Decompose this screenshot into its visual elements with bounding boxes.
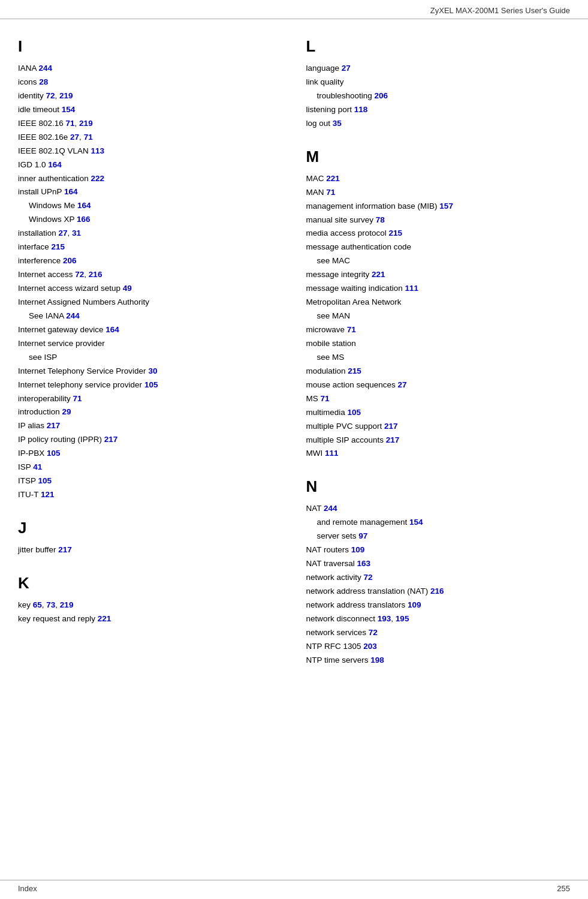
index-entry: multiple SIP accounts 217 (306, 434, 571, 447)
page-number[interactable]: 222 (91, 174, 105, 183)
page-number[interactable]: 121 (41, 490, 55, 499)
page-number[interactable]: 163 (357, 559, 371, 568)
page-number[interactable]: 193 (378, 614, 391, 623)
index-entry: ITU-T 121 (18, 488, 282, 502)
page-number[interactable]: 111 (325, 449, 339, 458)
index-entry: manual site survey 78 (306, 214, 571, 227)
page-number[interactable]: 219 (79, 119, 93, 128)
page-number[interactable]: 73 (46, 600, 55, 609)
page-number[interactable]: 164 (64, 187, 78, 196)
page-number[interactable]: 97 (358, 531, 367, 540)
page-number[interactable]: 29 (62, 407, 71, 416)
page-number[interactable]: 217 (58, 545, 72, 554)
sub-entry: see MAC (306, 254, 571, 268)
page-number[interactable]: 217 (386, 435, 400, 444)
page-number[interactable]: 109 (408, 600, 421, 609)
page-number[interactable]: 72 (369, 628, 378, 637)
index-entry: log out 35 (306, 117, 571, 131)
entry-text: MS (306, 394, 321, 403)
page-number[interactable]: 198 (370, 656, 384, 665)
sub-entry: troubleshooting 206 (306, 89, 571, 103)
entry-text: interoperability (18, 394, 73, 403)
page-number[interactable]: 206 (375, 91, 388, 100)
page-number[interactable]: 105 (38, 476, 52, 485)
entry-text: management information base (MIB) (306, 202, 440, 211)
page-number[interactable]: 164 (48, 160, 62, 169)
page-number[interactable]: 27 (398, 380, 407, 389)
page-number[interactable]: 105 (47, 449, 61, 458)
index-entry: jitter buffer 217 (18, 543, 282, 557)
page-number[interactable]: 30 (148, 366, 157, 375)
page-number[interactable]: 71 (66, 119, 75, 128)
page-number[interactable]: 28 (39, 77, 48, 86)
page-number[interactable]: 154 (409, 518, 423, 527)
entry-text: ISP (18, 462, 33, 471)
page-number[interactable]: 217 (47, 421, 61, 430)
page-number[interactable]: 27 (342, 64, 351, 73)
page-number[interactable]: 217 (104, 435, 118, 444)
page-number[interactable]: 154 (62, 105, 76, 114)
index-entry: IANA 244 (18, 62, 282, 76)
page-number[interactable]: 71 (326, 188, 335, 197)
index-entry: multimedia 105 (306, 406, 571, 420)
page-number[interactable]: 206 (63, 256, 77, 265)
page-number[interactable]: 166 (77, 215, 91, 224)
sub-entry: server sets 97 (306, 530, 571, 543)
entry-text: Internet access wizard setup (18, 284, 123, 293)
entry-text: message integrity (306, 270, 372, 279)
page-number[interactable]: 244 (324, 504, 337, 513)
page-number[interactable]: 195 (396, 614, 409, 623)
entry-text: NAT traversal (306, 559, 357, 568)
page-number[interactable]: 41 (33, 462, 42, 471)
page-number[interactable]: 164 (105, 325, 119, 334)
page-number[interactable]: 244 (66, 311, 80, 320)
page-number[interactable]: 215 (389, 228, 403, 237)
entry-text: media access protocol (306, 228, 389, 237)
page-number[interactable]: 31 (72, 228, 81, 237)
index-entry: network activity 72 (306, 571, 571, 585)
page-number[interactable]: 113 (91, 146, 105, 155)
page-number[interactable]: 215 (348, 366, 361, 375)
page-number[interactable]: 216 (89, 270, 102, 279)
page-number[interactable]: 49 (123, 284, 132, 293)
page-number[interactable]: 105 (348, 408, 361, 417)
page-number[interactable]: 217 (384, 422, 398, 431)
page-number[interactable]: 118 (354, 105, 368, 114)
page-number[interactable]: 105 (144, 380, 158, 389)
entry-text: mouse action sequences (306, 380, 398, 389)
index-entry: Internet access 72, 216 (18, 268, 282, 282)
page-number[interactable]: 72 (46, 91, 55, 100)
entry-text: network address translation (NAT) (306, 587, 431, 596)
index-entry: interference 206 (18, 254, 282, 268)
page-number[interactable]: 111 (405, 284, 419, 293)
page-number[interactable]: 219 (59, 91, 73, 100)
index-entry: install UPnP 164 (18, 185, 282, 199)
page-number[interactable]: 203 (363, 642, 377, 651)
page-number[interactable]: 221 (326, 174, 340, 183)
page-number[interactable]: 215 (52, 242, 65, 251)
page-number[interactable]: 216 (430, 587, 444, 596)
page-number[interactable]: 78 (376, 215, 385, 224)
page-number[interactable]: 35 (333, 119, 342, 128)
page-number[interactable]: 109 (351, 545, 365, 554)
page-number[interactable]: 157 (439, 202, 453, 211)
page-number[interactable]: 219 (60, 600, 74, 609)
page-number[interactable]: 71 (321, 394, 330, 403)
page-number[interactable]: 27 (59, 228, 68, 237)
page-number[interactable]: 71 (73, 394, 82, 403)
page-number[interactable]: 71 (347, 325, 356, 334)
page-number[interactable]: 65 (33, 600, 42, 609)
footer-left: Index (18, 884, 37, 893)
page-number[interactable]: 164 (77, 201, 91, 210)
page-number[interactable]: 221 (372, 270, 385, 279)
index-entry: link quality (306, 76, 571, 89)
index-entry: icons 28 (18, 76, 282, 89)
page-number[interactable]: 72 (75, 270, 84, 279)
page-number[interactable]: 71 (84, 133, 93, 142)
page-number[interactable]: 72 (364, 573, 373, 582)
section: IIANA 244icons 28identity 72, 219idle ti… (18, 37, 282, 502)
page-number[interactable]: 244 (39, 64, 53, 73)
page-number[interactable]: 221 (98, 614, 111, 623)
entry-text: Metropolitan Area Network (306, 297, 402, 306)
page-number[interactable]: 27 (70, 133, 79, 142)
